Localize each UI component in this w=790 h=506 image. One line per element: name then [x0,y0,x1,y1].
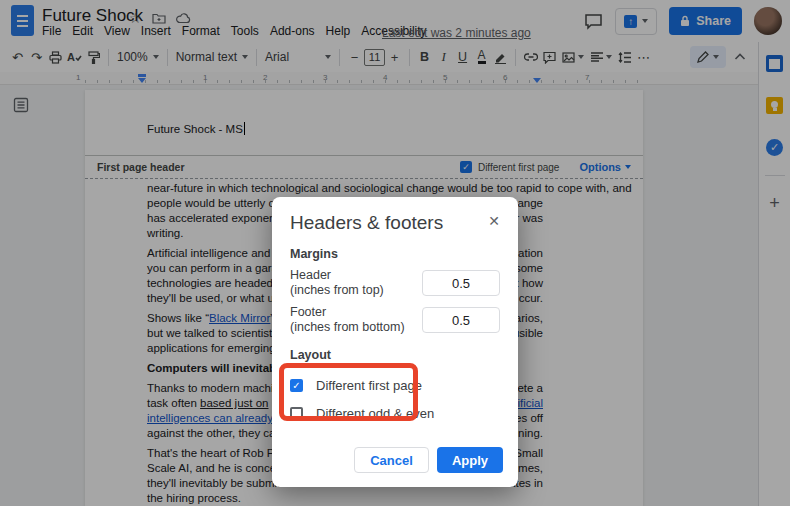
header-margin-label: Header (inches from top) [290,268,384,298]
cancel-button[interactable]: Cancel [354,447,429,473]
header-margin-row: Header (inches from top) 0.5 [290,268,500,298]
footer-margin-input[interactable]: 0.5 [422,307,500,333]
dialog-title: Headers & footers [290,212,500,234]
apply-button[interactable]: Apply [437,447,503,473]
footer-margin-label: Footer (inches from bottom) [290,305,405,335]
google-docs-window: Future Shock ☆ FileEditViewInsertFormatT… [0,0,790,506]
annotation-highlight-box [279,363,418,421]
footer-margin-row: Footer (inches from bottom) 0.5 [290,305,500,335]
headers-footers-dialog: Headers & footers ✕ Margins Header (inch… [272,197,518,487]
dialog-close-icon[interactable]: ✕ [485,212,503,230]
header-margin-input[interactable]: 0.5 [422,270,500,296]
margins-section-label: Margins [290,247,500,261]
layout-section-label: Layout [290,348,500,362]
